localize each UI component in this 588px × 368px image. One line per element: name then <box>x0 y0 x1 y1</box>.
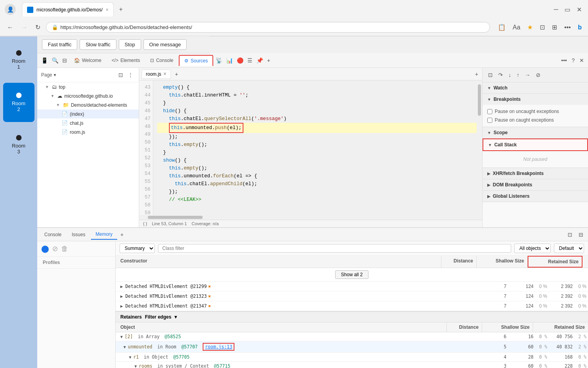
pause-uncaught-row: Pause on uncaught exceptions <box>487 107 583 116</box>
stop-record-button[interactable]: ⊘ <box>52 244 58 253</box>
bing-chat-button[interactable]: b <box>576 22 583 33</box>
dom-breakpoints-header[interactable]: ▶ DOM Breakpoints <box>483 179 588 190</box>
add-tab-button[interactable]: + <box>265 56 272 65</box>
new-tab-button[interactable]: + <box>114 4 127 15</box>
pause-caught-checkbox[interactable] <box>487 118 492 123</box>
room2-item[interactable]: Room2 <box>3 83 34 122</box>
profile-avatar[interactable]: 👤 <box>5 4 16 15</box>
delete-profile-button[interactable]: 🗑 <box>61 245 68 253</box>
dom-arrow-icon: ▶ <box>487 183 490 187</box>
tree-index[interactable]: 📄 (index) <box>37 109 139 118</box>
step-out-button[interactable]: ↑ <box>515 70 521 80</box>
heap-row-3[interactable]: ▶ Detached HTMLDivElement @21347 ✖ 7 124… <box>116 301 588 311</box>
deactivate-breakpoints-button[interactable]: ⊘ <box>534 70 542 80</box>
slow-traffic-button[interactable]: Slow traffic <box>80 39 116 50</box>
panel-icon1[interactable]: ⊡ <box>565 230 575 239</box>
breakpoints-header[interactable]: ▼ Breakpoints <box>483 94 588 105</box>
editor-tab-close[interactable]: ✕ <box>163 71 167 77</box>
network-icon[interactable]: 📡 <box>214 56 224 65</box>
panel-icon2[interactable]: ⊟ <box>576 230 586 239</box>
editor-scrollbar-handle[interactable] <box>478 84 481 116</box>
call-stack-header[interactable]: ▼ Call Stack <box>483 138 588 151</box>
forward-button[interactable]: → <box>19 22 30 33</box>
tab-console[interactable]: ⊡ Console <box>145 55 178 66</box>
ret-row-3[interactable]: ▼ r1 in Object @57705 4 28 0 % 168 0 % <box>116 353 588 362</box>
ret3-distance: 4 <box>474 353 510 361</box>
application-icon[interactable]: ☰ <box>246 56 254 65</box>
class-filter-input[interactable] <box>158 244 511 253</box>
refresh-button[interactable]: ↻ <box>33 22 43 33</box>
room1-item[interactable]: Room1 <box>3 40 34 80</box>
toggle-drawer-button[interactable]: ⊟ <box>61 56 69 65</box>
editor-hscroll-handle[interactable] <box>148 216 203 219</box>
issues-tab[interactable]: Issues <box>67 230 90 239</box>
tree-room-label: room.js <box>70 129 85 135</box>
watch-header[interactable]: ▼ Watch <box>483 82 588 93</box>
restore-button[interactable]: ▭ <box>563 4 572 15</box>
fast-traffic-button[interactable]: Fast traffic <box>42 39 77 50</box>
heap-row-1[interactable]: ▶ Detached HTMLDivElement @21299 ✖ 7 124… <box>116 282 588 291</box>
back-button[interactable]: ← <box>5 22 16 33</box>
ret-row-4[interactable]: ▼ rooms in system / Context @57715 3 60 … <box>116 362 588 368</box>
ret-row-2[interactable]: ▼ unmounted in Room @57707 room.js:13 5 … <box>116 341 588 353</box>
close-devtools-button[interactable]: ✕ <box>578 56 586 65</box>
tree-top[interactable]: ▼ 🗂 top <box>37 82 139 91</box>
settings-button[interactable]: ••• <box>563 22 572 33</box>
global-listeners-header[interactable]: ▶ Global Listeners <box>483 191 588 202</box>
memory-tab[interactable]: Memory <box>91 230 117 240</box>
tab-welcome[interactable]: 🏠 Welcome <box>69 55 106 66</box>
room3-item[interactable]: Room3 <box>3 125 34 164</box>
recorder-icon[interactable]: 🔴 <box>235 56 245 65</box>
code-content[interactable]: 43444546 47484950 51525354 55565758 59 e… <box>139 80 482 215</box>
console-tab[interactable]: Console <box>40 230 66 239</box>
ret-row-1[interactable]: ▼ [2] in Array @58525 6 16 0 % 40 756 2 … <box>116 332 588 341</box>
objects-select[interactable]: All objects <box>514 244 551 253</box>
page-selector[interactable]: Page ▾ <box>41 72 56 78</box>
pin-icon[interactable]: 📌 <box>255 56 265 65</box>
one-message-button[interactable]: One message <box>143 39 187 50</box>
default-select[interactable]: Default <box>554 244 584 253</box>
more-tabs-button[interactable]: ••• <box>559 56 568 65</box>
add-editor-tab-button[interactable]: + <box>172 71 180 77</box>
tree-host[interactable]: ▼ ☁ microsoftedge.github.io <box>37 91 139 100</box>
tree-chat[interactable]: 📄 chat.js <box>37 118 139 128</box>
minimize-button[interactable]: ─ <box>552 4 560 15</box>
show-all-button[interactable]: Show all 2 <box>335 270 368 279</box>
window-close-button[interactable]: ✕ <box>575 4 583 15</box>
help-button[interactable]: ? <box>570 56 576 65</box>
browser-tab[interactable]: microsoftedge.github.io/Demos/ × <box>22 2 114 16</box>
favorites-button[interactable]: ★ <box>526 22 534 33</box>
collections-button[interactable]: 📋 <box>496 22 507 33</box>
add-panel-button[interactable]: + <box>118 230 126 239</box>
immersive-reader-button[interactable]: Aa <box>511 22 522 33</box>
tab-elements[interactable]: </> Elements <box>107 55 145 66</box>
address-bar[interactable]: 🔒 https://microsoftedge.github.io/Demos/… <box>46 22 490 33</box>
editor-hscrollbar[interactable] <box>139 215 482 220</box>
editor-scrollbar[interactable] <box>477 80 482 215</box>
editor-tab-room[interactable]: room.js ✕ <box>142 69 171 79</box>
tab-sources[interactable]: ⚙ Sources <box>179 55 213 66</box>
device-toolbar-button[interactable]: 📱 <box>40 56 49 65</box>
scope-header[interactable]: ▼ Scope <box>483 127 588 138</box>
sidebar-toggle-button[interactable]: ⊡ <box>117 70 125 80</box>
stop-button[interactable]: Stop <box>119 39 141 50</box>
view-mode-select[interactable]: Summary <box>120 244 155 253</box>
performance-icon[interactable]: 📊 <box>225 56 234 65</box>
workspaces-button[interactable]: ⊞ <box>550 22 559 33</box>
sidebar-more-button[interactable]: ⋮ <box>126 70 135 80</box>
step-over-button[interactable]: ↷ <box>497 70 505 80</box>
pause-uncaught-checkbox[interactable] <box>487 109 492 114</box>
step-into-button[interactable]: ↓ <box>507 70 513 80</box>
add-file-button[interactable]: + <box>474 69 480 79</box>
tree-folder[interactable]: ▼ 📁 Demos/detached-elements <box>37 100 139 109</box>
tree-room[interactable]: 📄 room.js <box>37 128 139 137</box>
step-button[interactable]: → <box>523 70 532 80</box>
search-button[interactable]: 🔍 <box>50 56 60 65</box>
record-button[interactable]: ⬤ <box>41 244 49 253</box>
xhr-header[interactable]: ▶ XHR/fetch Breakpoints <box>483 168 588 179</box>
heap-row-2[interactable]: ▶ Detached HTMLDivElement @21323 ✖ 7 124… <box>116 291 588 301</box>
split-screen-button[interactable]: ⊡ <box>538 22 546 33</box>
resume-button[interactable]: ⊡ <box>486 70 494 80</box>
ret2-link[interactable]: room.js:13 <box>203 343 234 351</box>
tab-close-button[interactable]: × <box>106 7 109 13</box>
